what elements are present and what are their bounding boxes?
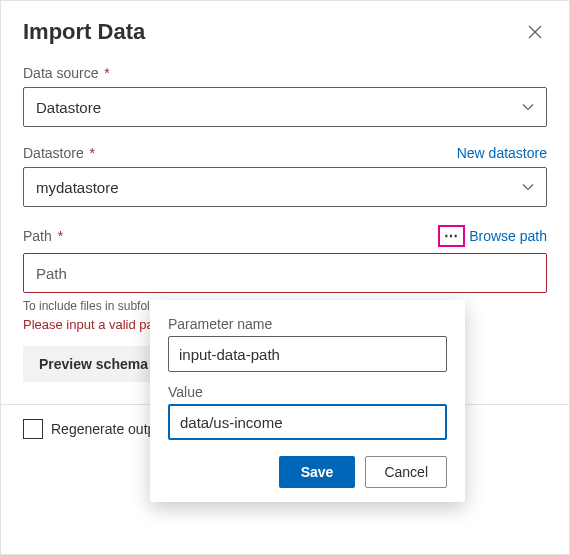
dialog-title: Import Data — [23, 19, 145, 45]
datastore-label: Datastore * — [23, 145, 95, 161]
required-marker: * — [100, 65, 109, 81]
data-source-label: Data source * — [23, 65, 547, 81]
path-options-button[interactable]: ⋯ — [438, 225, 465, 247]
browse-path-link[interactable]: Browse path — [469, 228, 547, 244]
datastore-label-row: Datastore * New datastore — [23, 145, 547, 161]
chevron-down-icon — [522, 101, 534, 113]
path-link-group: ⋯ Browse path — [438, 225, 547, 247]
data-source-value: Datastore — [36, 99, 101, 116]
path-label: Path * — [23, 228, 63, 244]
dialog-header: Import Data — [23, 19, 547, 45]
cancel-button[interactable]: Cancel — [365, 456, 447, 488]
datastore-select[interactable]: mydatastore — [23, 167, 547, 207]
path-label-row: Path * ⋯ Browse path — [23, 225, 547, 247]
close-button[interactable] — [523, 20, 547, 44]
ellipsis-icon: ⋯ — [444, 228, 459, 244]
required-marker: * — [54, 228, 63, 244]
path-placeholder: Path — [36, 265, 67, 282]
value-input[interactable] — [168, 404, 447, 440]
parameter-name-label: Parameter name — [168, 316, 447, 332]
preview-schema-button[interactable]: Preview schema — [23, 346, 164, 382]
datastore-value: mydatastore — [36, 179, 119, 196]
parameter-popover: Parameter name Value Save Cancel — [150, 300, 465, 502]
save-button[interactable]: Save — [279, 456, 356, 488]
path-input[interactable]: Path — [23, 253, 547, 293]
data-source-select[interactable]: Datastore — [23, 87, 547, 127]
chevron-down-icon — [522, 181, 534, 193]
popover-button-row: Save Cancel — [168, 456, 447, 488]
required-marker: * — [86, 145, 95, 161]
new-datastore-link[interactable]: New datastore — [457, 145, 547, 161]
close-icon — [528, 25, 542, 39]
parameter-name-input[interactable] — [168, 336, 447, 372]
regenerate-checkbox[interactable] — [23, 419, 43, 439]
value-label: Value — [168, 384, 447, 400]
